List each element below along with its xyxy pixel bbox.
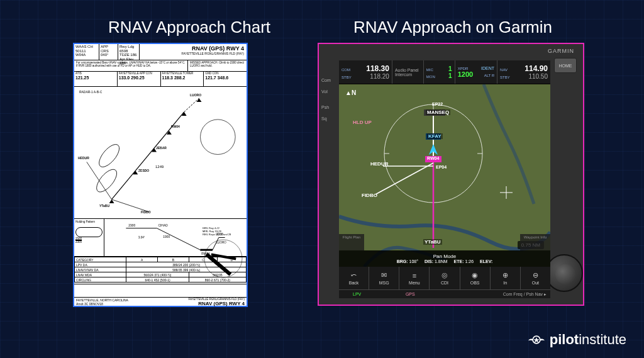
compass-north: ▲N (345, 89, 356, 96)
footer-apt: FAYETTEVILLE RGNL/GRANNIS FLD (FAY) (188, 298, 245, 301)
rotary-knob[interactable] (545, 254, 583, 292)
lpv-indicator: LPV (339, 292, 394, 296)
home-button[interactable]: HOME (554, 58, 577, 73)
hold-alt2: 2300 (75, 240, 103, 243)
wp-zesdo: ZESDO (138, 169, 149, 172)
rwy-ldg: Rwy Ldg 6508 (119, 45, 138, 53)
chart-header: WAAS CH 50111 W04A APP CRS 040° Rwy Ldg … (74, 44, 247, 60)
zoom-out-icon: ⊖ (533, 271, 538, 279)
svg-line-16 (157, 228, 201, 250)
plan-view: 1249 RADAR-1 A-B-C YTaBU ZESDO JEBAR RW0… (74, 87, 247, 219)
tower-freq: 118.3 288.2 (162, 76, 203, 81)
gps-indicator: GPS (394, 292, 464, 296)
svg-text:REIL Rwys 10, 22 and 28: REIL Rwys 10, 22 and 28 (203, 233, 231, 236)
svg-marker-12 (197, 98, 202, 102)
wp-hedur: HEDUR (78, 156, 89, 160)
approach-chart-panel: WAAS CH 50111 W04A APP CRS 040° Rwy Ldg … (73, 43, 248, 307)
wp-ep22: EP22 (432, 102, 443, 106)
missed-approach: MISSED APPROACH: Climb to 2300 direct LU… (188, 60, 247, 71)
app-crs: APP CRS 040° (99, 44, 118, 60)
wp-hedur-map: HEDUR (370, 161, 388, 167)
holding-label: Holding Pattern (75, 220, 103, 223)
menu-button[interactable]: ≡Menu (399, 267, 430, 289)
chart-briefing: ATIS 121.25 FAYETTEVILLE APP CON 133.0 2… (74, 72, 247, 87)
footer-amdt: Amdt 3C 08NOV18 (76, 302, 128, 306)
gnd-freq: 121.7 348.6 (205, 76, 245, 81)
waas-id: W04A (75, 53, 97, 57)
zoom-in-button[interactable]: ⊕In (491, 267, 521, 289)
pan-mode-bar: Pan Mode BRG: 108° DIS: 1.8NM ETE: 1:26 … (339, 250, 550, 267)
waas-ch: WAAS CH 50111 (75, 45, 97, 53)
waypoint-info-button[interactable]: Waypoint Info (520, 234, 550, 250)
svg-line-39 (375, 163, 433, 194)
cdi-icon: ◎ (441, 271, 448, 279)
xpdr-group[interactable]: XPDRIDENT 1200ALT R (455, 60, 497, 84)
menu-icon: ≡ (413, 272, 416, 279)
wp-ytabu-map: YTaBU (423, 239, 442, 245)
wp-fidbo-map: FIDBO (362, 193, 377, 198)
wings-icon (528, 332, 545, 348)
wp-manseq: MANSEQ (426, 109, 450, 115)
svg-text:1249: 1249 (155, 165, 164, 169)
airport-name: FAYETTEVILLE RGNL/GRANNIS FLD (FAY) (142, 52, 244, 55)
svg-text:3.04°: 3.04° (138, 236, 145, 239)
svg-marker-47 (533, 337, 539, 342)
obs-button[interactable]: ◉OBS (460, 267, 491, 289)
svg-text:RADAR-1 A-B-C: RADAR-1 A-B-C (79, 91, 103, 94)
svg-line-1 (184, 98, 199, 112)
gtn-screen: COM118.30 STBY118.20 Audio Panel Interco… (339, 60, 550, 298)
pilot-institute-logo: pilotinstitute (528, 332, 626, 348)
cdi-button[interactable]: ◎CDI (430, 267, 460, 289)
footer-loc: FAYETTEVILLE, NORTH CAROLINA (76, 298, 128, 302)
garmin-panel: GARMIN HOME Com Vol Psh Sq COM118.30 STB… (318, 43, 584, 306)
right-title: RNAV Approach on Garmin (321, 18, 585, 37)
chart-notes: For uncompensated Baro-VNAV systems, LNA… (74, 60, 188, 71)
left-title: RNAV Approach Chart (73, 18, 306, 37)
wp-jebar: JEBAR (156, 146, 167, 150)
zoom-in-icon: ⊕ (502, 271, 508, 279)
mic-group[interactable]: MIC1 MON1 (424, 60, 455, 84)
com-freq-hint: Com Freq / Psh Nav ▸ (464, 292, 550, 297)
appcon-freq: 133.0 290.25 (119, 76, 159, 81)
back-icon: ⤺ (351, 271, 357, 279)
footer-approach: RNAV (GPS) RWY 4 (188, 301, 245, 306)
wp-fidbo: FIDBO (141, 210, 151, 214)
cat-header: CATEGORY (75, 257, 126, 262)
approach-name: RNAV (GPS) RWY 4 (142, 45, 244, 52)
chart-footer: FAYETTEVILLE, NORTH CAROLINA Amdt 3C 08N… (74, 297, 247, 306)
zoom-out-button[interactable]: ⊖Out (521, 267, 550, 289)
holdup-label: HLD UP (353, 120, 372, 125)
back-button[interactable]: ⤺Back (339, 267, 369, 289)
approach-chart: WAAS CH 50111 W04A APP CRS 040° Rwy Ldg … (74, 44, 247, 306)
svg-text:CIHAD: CIHAD (158, 224, 168, 227)
atis-freq: 121.25 (75, 76, 116, 81)
moving-map[interactable]: ▲N HLD UP MANSEQ KFAY RW04 EP04 HEDUR FI… (339, 84, 550, 267)
tdze-hdr: TDZE 186 (119, 53, 138, 57)
svg-point-6 (201, 120, 236, 155)
flight-plan-button[interactable]: Flight Plan (339, 234, 364, 250)
side-labels: Com Vol Psh Sq (321, 78, 331, 128)
svg-point-5 (96, 141, 123, 170)
audio-group[interactable]: Audio Panel Intercom (392, 60, 424, 84)
obs-icon: ◉ (472, 271, 478, 279)
wp-kfay: KFAY (427, 133, 443, 139)
msg-button[interactable]: ✉MSG (369, 267, 399, 289)
wp-rw04-map: RW04 (427, 156, 439, 160)
brand-label: GARMIN (548, 48, 574, 54)
chart-notes-row: For uncompensated Baro-VNAV systems, LNA… (74, 60, 247, 72)
nav-bar: COM118.30 STBY118.20 Audio Panel Interco… (339, 60, 550, 84)
wp-rw04: RW04 (171, 125, 180, 128)
com-group[interactable]: COM118.30 STBY118.20 (339, 60, 392, 84)
wp-ytabu: YTaBU (99, 204, 109, 208)
mail-icon: ✉ (381, 271, 387, 279)
gtn-unit: GARMIN HOME Com Vol Psh Sq COM118.30 STB… (319, 44, 583, 305)
airport-diagram: HIRL Rwy 4-22 MIRL Rwy 10-28 REIL Rwys 1… (201, 224, 245, 281)
wp-ep04: EP04 (436, 165, 447, 169)
svg-text:1900: 1900 (163, 235, 170, 238)
nav-group[interactable]: NAV114.90 STBY110.50 (497, 60, 550, 84)
wp-luoro: LUORO (190, 93, 201, 97)
svg-point-4 (93, 166, 120, 195)
bottom-bar: ⤺Back ✉MSG ≡Menu ◎CDI ◉OBS ⊕In ⊖Out LPV … (339, 267, 550, 298)
svg-text:2300: 2300 (128, 224, 135, 227)
